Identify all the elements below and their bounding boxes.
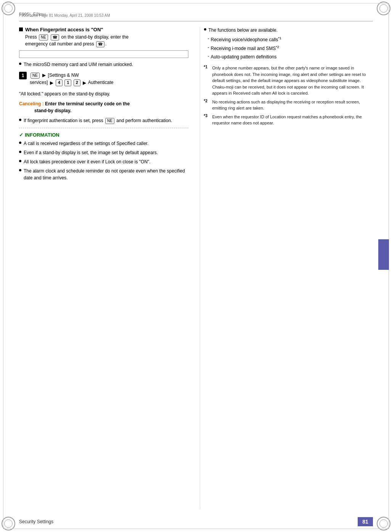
input-box: [19, 50, 188, 58]
num-key-1: 1: [64, 79, 71, 86]
footer-title: Security Settings: [19, 519, 53, 524]
step-content: NE ▶ [Settings & NW services] ▶ 4 1 2 ▶ …: [30, 72, 113, 87]
canceling-row: Canceling : Enter the terminal security …: [19, 100, 188, 114]
info-bullet-4: The alarm clock and schedule reminder do…: [19, 168, 188, 181]
canceling-label: Canceling :: [19, 101, 44, 106]
footnote-text-1: Only a phone number appears, but the oth…: [212, 65, 373, 97]
footnote-text-3: Even when the requestor ID of Location r…: [212, 114, 373, 126]
dash-text-3: Auto-updating pattern definitions: [211, 53, 277, 60]
sup-2: *2: [276, 45, 279, 49]
dash-symbol-3: -: [208, 53, 209, 59]
arrow3-icon: ▶: [83, 79, 86, 87]
fingerprint-bullet: If fingerprint authentication is set, pr…: [19, 117, 188, 124]
info-bullet-3: All lock takes precedence over it even i…: [19, 158, 188, 165]
footnote-1: *1 Only a phone number appears, but the …: [204, 65, 373, 97]
footnote-3: *3 Even when the requestor ID of Locatio…: [204, 114, 373, 126]
functions-intro-text: The functions below are available.: [209, 27, 278, 34]
functions-bullet: The functions below are available.: [204, 27, 373, 34]
functions-bullet-dot: [204, 28, 206, 31]
info-bullet-dot1: [19, 142, 21, 144]
key-ne-icon: NE: [39, 34, 48, 40]
fingerprint-bullet-text: If fingerprint authentication is set, pr…: [24, 117, 172, 124]
appears-text: "All locked." appears on the stand-by di…: [19, 90, 188, 97]
content-area: When Fingerprint access is "ON" Press NE…: [19, 27, 373, 509]
footnote-marker-3: *3: [204, 114, 211, 118]
microsd-bullet: The microSD memory card and UIM remain u…: [19, 61, 188, 68]
footnote-marker-1: *1: [204, 65, 211, 69]
bullet-dot-icon: [19, 63, 21, 65]
checkmark-icon: ✓: [19, 132, 23, 138]
dash-text-1: Receiving voice/videophone calls*1: [211, 36, 281, 43]
dash-text-2: Receiving i-mode mail and SMS*2: [211, 45, 279, 52]
right-column: The functions below are available. - Rec…: [200, 27, 373, 509]
num-key-4: 4: [56, 79, 63, 86]
info-bullet-dot4: [19, 169, 21, 171]
info-bullet-text-2: Even if a stand-by display is set, the i…: [24, 149, 158, 156]
header-line: [19, 21, 373, 21]
info-section: ✓ INFORMATION A call is received regardl…: [19, 132, 188, 181]
info-bullet-text-3: All lock takes precedence over it even i…: [24, 158, 151, 165]
step-1-row: 1 NE ▶ [Settings & NW services] ▶ 4 1 2 …: [19, 72, 188, 87]
microsd-bullet-text: The microSD memory card and UIM remain u…: [24, 61, 133, 68]
info-bullet-1: A call is received regardless of the set…: [19, 140, 188, 147]
bullet-dot2-icon: [19, 119, 21, 121]
sup-1: *1: [278, 36, 281, 40]
key-ne2-icon: NE: [31, 73, 40, 79]
key-phone2-icon: ☎: [96, 41, 104, 47]
black-square-icon: [19, 27, 23, 31]
info-bullet-2: Even if a stand-by display is set, the i…: [19, 149, 188, 156]
info-title: INFORMATION: [25, 132, 59, 138]
info-bullet-text-1: A call is received regardless of the set…: [24, 140, 149, 147]
arrow2-icon: ▶: [50, 79, 53, 87]
footnote-2: *2 No receiving actions such as displayi…: [204, 99, 373, 111]
arrow1-icon: ▶: [42, 72, 46, 79]
left-column: When Fingerprint access is "ON" Press NE…: [19, 27, 192, 509]
key-ne3-icon: NE: [105, 118, 114, 124]
num-key-2: 2: [74, 79, 80, 86]
fingerprint-sub-text: Press NE ☎ on the stand-by display, ente…: [25, 34, 129, 47]
info-bullet-dot3: [19, 160, 21, 162]
key-phone-icon: ☎: [51, 34, 59, 40]
info-bullet-text-4: The alarm clock and schedule reminder do…: [24, 168, 188, 181]
dash-item-1: - Receiving voice/videophone calls*1: [204, 36, 373, 43]
footnote-text-2: No receiving actions such as displaying …: [212, 99, 373, 111]
dash-symbol-2: -: [208, 45, 209, 50]
step-number: 1: [19, 72, 27, 79]
dash-symbol-1: -: [208, 36, 209, 41]
footnote-marker-2: *2: [204, 99, 211, 103]
info-header: ✓ INFORMATION: [19, 132, 188, 138]
footnotes-area: *1 Only a phone number appears, but the …: [204, 65, 373, 126]
dashed-separator: [19, 128, 188, 128]
footer-page: 81: [358, 517, 373, 526]
info-bullet-dot2: [19, 151, 21, 153]
dash-item-2: - Receiving i-mode mail and SMS*2: [204, 45, 373, 52]
side-tab: [378, 239, 389, 270]
fingerprint-heading-text: When Fingerprint access is "ON": [25, 27, 129, 32]
dash-item-3: - Auto-updating pattern definitions: [204, 53, 373, 60]
fingerprint-section-heading: When Fingerprint access is "ON" Press NE…: [19, 27, 188, 47]
header-date: F905i.book Page 81 Monday, April 21, 200…: [19, 13, 110, 18]
footer: Security Settings 81: [19, 517, 373, 526]
